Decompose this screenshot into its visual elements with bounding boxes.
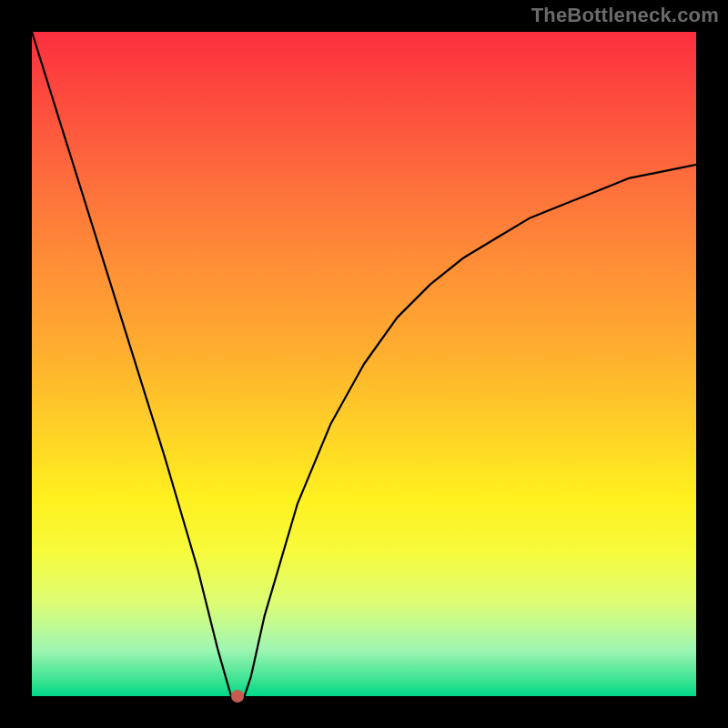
plot-area <box>32 32 696 696</box>
curve-svg <box>32 32 696 696</box>
optimal-point-marker <box>231 690 244 703</box>
bottleneck-curve <box>32 32 696 696</box>
watermark-text: TheBottleneck.com <box>531 4 719 27</box>
chart-frame: TheBottleneck.com <box>0 0 728 728</box>
